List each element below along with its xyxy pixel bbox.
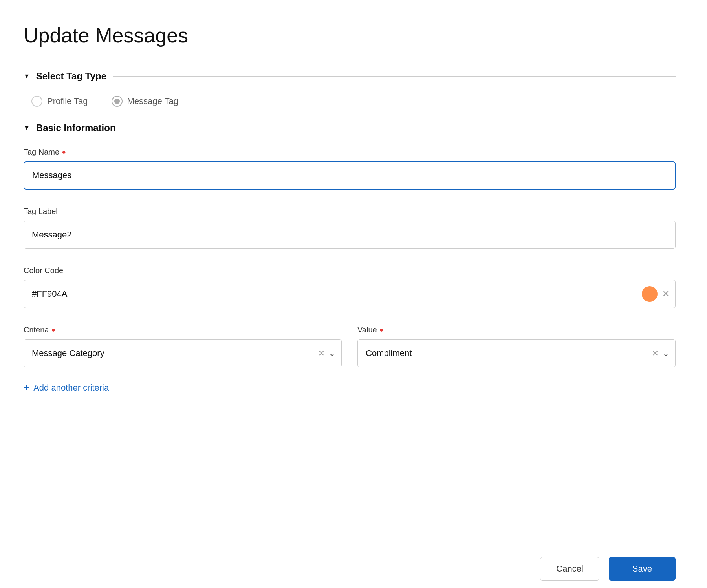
cancel-button[interactable]: Cancel [540,557,599,581]
criteria-select[interactable]: Message Category [24,339,342,367]
tag-label-field: Tag Label [24,207,676,249]
select-tag-type-section: ▼ Select Tag Type Profile Tag Message Ta… [24,71,676,107]
value-chevron-icon[interactable]: ⌄ [663,349,669,357]
value-clear-icon[interactable]: ✕ [652,349,659,357]
message-tag-radio-label: Message Tag [127,96,178,106]
save-button[interactable]: Save [609,557,676,581]
profile-tag-radio-label: Profile Tag [47,96,88,106]
color-code-label: Color Code [24,266,676,275]
value-label: Value ● [357,325,676,334]
color-code-input[interactable] [24,280,676,308]
criteria-field: Criteria ● Message Category ✕ ⌄ [24,325,342,367]
color-code-field: Color Code ✕ [24,266,676,308]
tag-label-label: Tag Label [24,207,676,216]
basic-information-section: ▼ Basic Information Tag Name ● Tag Label [24,122,676,394]
value-select-wrapper: Compliment ✕ ⌄ [357,339,676,367]
color-controls: ✕ [642,286,669,302]
tag-name-field: Tag Name ● [24,148,676,190]
basic-information-header: ▼ Basic Information [24,122,676,133]
color-preview-circle[interactable] [642,286,658,302]
criteria-row: Criteria ● Message Category ✕ ⌄ [24,325,676,367]
tag-name-required-indicator: ● [62,148,66,156]
criteria-select-controls: ✕ ⌄ [318,349,335,357]
message-tag-radio-circle[interactable] [112,96,123,107]
select-tag-type-chevron-icon[interactable]: ▼ [24,73,30,80]
criteria-required-indicator: ● [51,326,55,334]
profile-tag-radio-item[interactable]: Profile Tag [31,96,88,107]
criteria-clear-icon[interactable]: ✕ [318,349,325,357]
tag-type-radio-group: Profile Tag Message Tag [24,96,676,107]
criteria-select-wrapper: Message Category ✕ ⌄ [24,339,342,367]
tag-name-input[interactable] [24,161,676,190]
criteria-label: Criteria ● [24,325,342,334]
tag-label-input[interactable] [24,221,676,249]
color-clear-icon[interactable]: ✕ [662,289,669,299]
basic-information-title: Basic Information [36,122,116,133]
add-criteria-button[interactable]: + Add another criteria [24,382,109,394]
criteria-chevron-icon[interactable]: ⌄ [329,349,335,357]
value-select[interactable]: Compliment [357,339,676,367]
select-tag-type-header: ▼ Select Tag Type [24,71,676,82]
basic-information-form: Tag Name ● Tag Label Color Code [24,148,676,394]
tag-name-label: Tag Name ● [24,148,676,157]
select-tag-type-title: Select Tag Type [36,71,106,82]
basic-info-chevron-icon[interactable]: ▼ [24,124,30,131]
footer: Cancel Save [0,549,707,588]
message-tag-radio-item[interactable]: Message Tag [112,96,178,107]
add-criteria-plus-icon: + [24,382,29,394]
value-field: Value ● Compliment ✕ ⌄ [357,325,676,367]
select-tag-type-divider [113,76,676,77]
color-code-wrapper: ✕ [24,280,676,308]
basic-information-divider [122,128,676,128]
value-required-indicator: ● [379,326,384,334]
value-select-controls: ✕ ⌄ [652,349,669,357]
profile-tag-radio-circle[interactable] [31,96,42,107]
page-title: Update Messages [24,24,676,47]
